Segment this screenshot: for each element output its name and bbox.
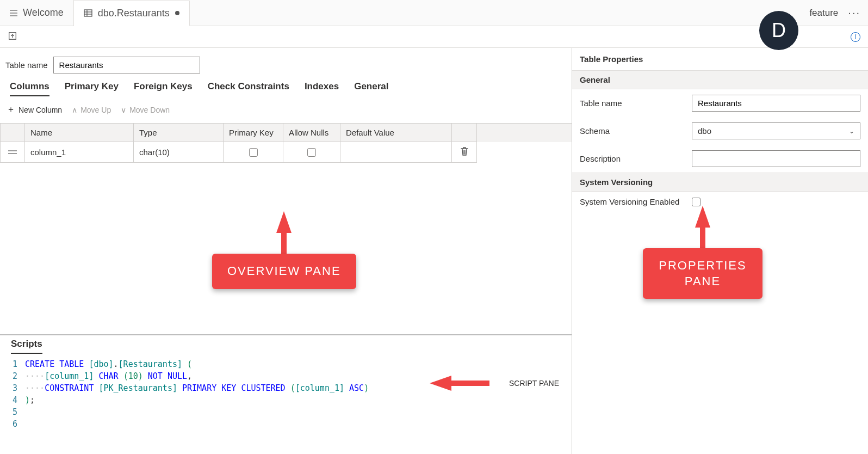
toolbar-strip: i: [0, 26, 868, 48]
delete-row-button[interactable]: [452, 142, 477, 163]
checkbox-icon[interactable]: [307, 148, 316, 157]
annotation-properties: PROPERTIESPANE: [643, 206, 762, 299]
trash-icon: [460, 146, 469, 158]
cell-name[interactable]: column_1: [25, 142, 134, 163]
tab-primary-key[interactable]: Primary Key: [65, 81, 119, 96]
tab-bar: Welcome dbo.Restaurants feature ···: [0, 0, 868, 26]
tab-welcome[interactable]: Welcome: [0, 0, 74, 26]
col-header-type: Type: [134, 124, 224, 142]
more-menu-icon[interactable]: ···: [840, 7, 868, 19]
chevron-up-icon: ∧: [72, 106, 77, 114]
section-general: General: [572, 70, 868, 89]
prop-table-name-label: Table name: [580, 99, 687, 108]
properties-title: Table Properties: [572, 48, 868, 70]
tab-foreign-keys[interactable]: Foreign Keys: [134, 81, 193, 96]
col-header-default: Default Value: [340, 124, 452, 142]
tab-check-constraints[interactable]: Check Constraints: [208, 81, 289, 96]
grid-header: Name Type Primary Key Allow Nulls Defaul…: [0, 124, 572, 142]
hamburger-icon: [10, 10, 17, 16]
annotation-overview: OVERVIEW PANE: [212, 211, 356, 289]
section-sysver: System Versioning: [572, 173, 868, 192]
prop-schema-select[interactable]: dbo ⌄: [692, 122, 860, 139]
preview-feature-text: feature: [809, 8, 840, 19]
prop-sysver-checkbox[interactable]: [692, 198, 700, 206]
col-header-name: Name: [25, 124, 134, 142]
prop-description-label: Description: [580, 154, 687, 163]
avatar[interactable]: D: [759, 11, 798, 50]
table-name-label: Table name: [5, 60, 48, 70]
new-column-button[interactable]: ＋ New Column: [7, 104, 62, 115]
tab-indexes[interactable]: Indexes: [305, 81, 339, 96]
table-icon: [84, 9, 92, 17]
scripts-tab[interactable]: Scripts: [11, 339, 42, 354]
chevron-down-icon: ⌄: [849, 127, 854, 135]
info-icon[interactable]: i: [851, 32, 860, 42]
cell-type[interactable]: char(10): [134, 142, 224, 163]
checkbox-icon[interactable]: [249, 148, 258, 157]
drag-icon: [8, 150, 17, 154]
col-header-pk: Primary Key: [224, 124, 283, 142]
tab-label: dbo.Restaurants: [98, 8, 170, 19]
cell-nulls[interactable]: [283, 142, 340, 163]
tab-label: Welcome: [23, 7, 64, 19]
prop-sysver-label: System Versioning Enabled: [580, 197, 687, 206]
cell-default[interactable]: [340, 142, 452, 163]
dirty-indicator-icon: [175, 11, 179, 15]
cell-pk[interactable]: [224, 142, 283, 163]
move-up-button[interactable]: ∧ Move Up: [72, 106, 111, 114]
chevron-down-icon: ∨: [121, 106, 126, 114]
columns-grid: Name Type Primary Key Allow Nulls Defaul…: [0, 123, 572, 163]
svg-rect-0: [84, 10, 92, 16]
table-name-input[interactable]: [53, 57, 200, 73]
prop-schema-label: Schema: [580, 126, 687, 136]
move-down-button[interactable]: ∨ Move Down: [121, 106, 170, 114]
drag-handle[interactable]: [0, 142, 25, 163]
overview-pane: Table name Columns Primary Key Foreign K…: [0, 48, 572, 454]
tab-columns[interactable]: Columns: [10, 81, 49, 96]
prop-table-name-input[interactable]: [692, 95, 860, 112]
prop-description-input[interactable]: [692, 150, 860, 167]
col-header-nulls: Allow Nulls: [283, 124, 340, 142]
tab-general[interactable]: General: [354, 81, 388, 96]
properties-pane: Table Properties General Table name Sche…: [572, 48, 868, 454]
publish-icon[interactable]: [8, 31, 17, 42]
designer-tabs: Columns Primary Key Foreign Keys Check C…: [0, 81, 572, 96]
table-row[interactable]: column_1 char(10): [0, 142, 572, 163]
tab-dbo-restaurants[interactable]: dbo.Restaurants: [74, 1, 190, 26]
annotation-script: SCRIPT PANE: [430, 367, 579, 400]
plus-icon: ＋: [7, 104, 15, 115]
script-pane: Scripts 1CREATE TABLE [dbo].[Restaurants…: [0, 334, 572, 454]
